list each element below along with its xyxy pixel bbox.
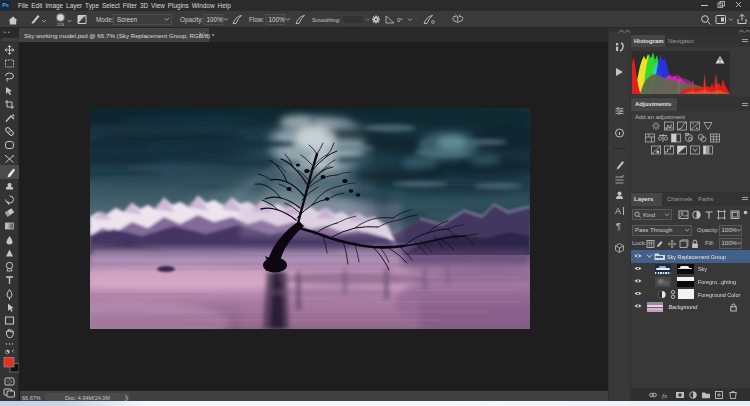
svg-text:100%: 100% — [207, 16, 224, 23]
svg-text:Flow:: Flow: — [249, 16, 264, 23]
svg-text:Screen: Screen — [117, 16, 137, 23]
svg-text:Opacity:: Opacity: — [180, 16, 203, 24]
svg-text:Mode:: Mode: — [96, 16, 114, 23]
svg-text:fx: fx — [662, 392, 668, 400]
svg-text:Kind: Kind — [643, 212, 655, 218]
svg-text:125: 125 — [57, 22, 65, 27]
svg-text:A: A — [615, 206, 621, 216]
svg-text:¶: ¶ — [616, 221, 621, 231]
svg-text:100%: 100% — [269, 16, 286, 23]
svg-text:Smoothing:: Smoothing: — [312, 17, 341, 23]
svg-text:0°: 0° — [397, 17, 403, 23]
